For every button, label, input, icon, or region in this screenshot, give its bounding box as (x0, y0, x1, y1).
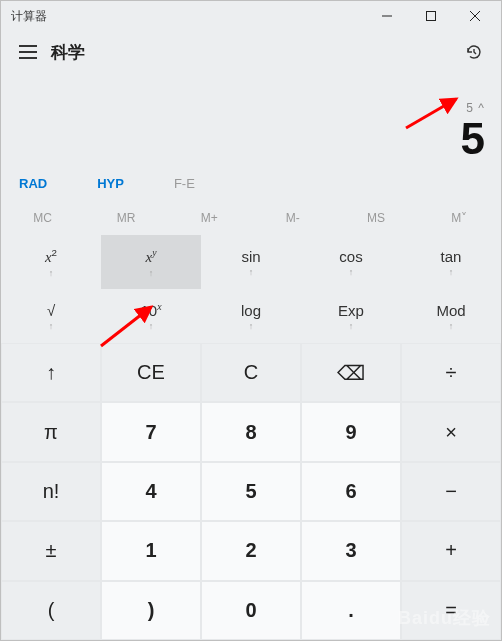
func-button[interactable]: cos↑ (301, 235, 401, 289)
key-6[interactable]: 6 (301, 462, 401, 521)
shift-indicator: ↑ (449, 321, 454, 331)
key-([interactable]: ( (1, 581, 101, 640)
key-2[interactable]: 2 (201, 521, 301, 580)
memory-row: MC MR M+ M- MS M˅ (1, 201, 501, 235)
key-9[interactable]: 9 (301, 402, 401, 461)
key-5[interactable]: 5 (201, 462, 301, 521)
ms-button[interactable]: MS (334, 201, 417, 235)
shift-indicator: ↑ (449, 267, 454, 277)
key-3[interactable]: 3 (301, 521, 401, 580)
menu-button[interactable] (11, 35, 45, 69)
func-label: xy (146, 247, 157, 266)
close-button[interactable] (453, 1, 497, 31)
func-label: Mod (436, 302, 465, 319)
shift-indicator: ↑ (249, 267, 254, 277)
mplus-button[interactable]: M+ (168, 201, 251, 235)
mode-title: 科学 (51, 41, 85, 64)
key-÷[interactable]: ÷ (401, 343, 501, 402)
mlist-button[interactable]: M˅ (418, 201, 501, 235)
key-C[interactable]: C (201, 343, 301, 402)
func-button[interactable]: tan↑ (401, 235, 501, 289)
mr-button[interactable]: MR (84, 201, 167, 235)
rad-button[interactable]: RAD (19, 176, 47, 191)
key-+[interactable]: + (401, 521, 501, 580)
shift-indicator: ↑ (349, 321, 354, 331)
shift-indicator: ↑ (149, 268, 154, 278)
mc-button[interactable]: MC (1, 201, 84, 235)
func-label: tan (441, 248, 462, 265)
func-button[interactable]: √↑ (1, 289, 101, 343)
key-π[interactable]: π (1, 402, 101, 461)
shift-indicator: ↑ (149, 321, 154, 331)
shift-indicator: ↑ (249, 321, 254, 331)
window-title: 计算器 (11, 8, 365, 25)
key-1[interactable]: 1 (101, 521, 201, 580)
mminus-button[interactable]: M- (251, 201, 334, 235)
display-result: 5 (17, 117, 485, 161)
calculator-window: 计算器 科学 5 ^ 5 RAD HYP F-E MC MR M+ M- MS … (0, 0, 502, 641)
mode-row: RAD HYP F-E (1, 165, 501, 201)
key-CE[interactable]: CE (101, 343, 201, 402)
key-↑[interactable]: ↑ (1, 343, 101, 402)
keypad: ↑CEC⌫÷π789×n!456−±123+()0.= (1, 343, 501, 640)
maximize-button[interactable] (409, 1, 453, 31)
function-grid: x2↑xy↑sin↑cos↑tan↑√↑10x↑log↑Exp↑Mod↑ (1, 235, 501, 343)
key-n![interactable]: n! (1, 462, 101, 521)
func-button[interactable]: 10x↑ (101, 289, 201, 343)
func-label: 10x (140, 301, 161, 319)
watermark: Baidu经验 (398, 606, 491, 630)
func-label: Exp (338, 302, 364, 319)
shift-indicator: ↑ (349, 267, 354, 277)
display-expression: 5 ^ (17, 101, 485, 117)
key-.[interactable]: . (301, 581, 401, 640)
key-8[interactable]: 8 (201, 402, 301, 461)
key-×[interactable]: × (401, 402, 501, 461)
key-⌫[interactable]: ⌫ (301, 343, 401, 402)
key-−[interactable]: − (401, 462, 501, 521)
key-)[interactable]: ) (101, 581, 201, 640)
key-4[interactable]: 4 (101, 462, 201, 521)
shift-indicator: ↑ (49, 268, 54, 278)
display: 5 ^ 5 (1, 73, 501, 165)
minimize-button[interactable] (365, 1, 409, 31)
func-label: x2 (45, 247, 57, 266)
key-0[interactable]: 0 (201, 581, 301, 640)
func-label: sin (241, 248, 260, 265)
func-label: cos (339, 248, 362, 265)
func-button[interactable]: x2↑ (1, 235, 101, 289)
func-label: log (241, 302, 261, 319)
fe-button[interactable]: F-E (174, 176, 195, 191)
key-±[interactable]: ± (1, 521, 101, 580)
func-button[interactable]: sin↑ (201, 235, 301, 289)
titlebar: 计算器 (1, 1, 501, 31)
shift-indicator: ↑ (49, 321, 54, 331)
header: 科学 (1, 31, 501, 73)
func-button[interactable]: log↑ (201, 289, 301, 343)
hyp-button[interactable]: HYP (97, 176, 124, 191)
history-button[interactable] (457, 35, 491, 69)
svg-rect-1 (427, 12, 436, 21)
key-7[interactable]: 7 (101, 402, 201, 461)
func-label: √ (47, 302, 55, 319)
func-button[interactable]: xy↑ (101, 235, 201, 289)
func-button[interactable]: Mod↑ (401, 289, 501, 343)
func-button[interactable]: Exp↑ (301, 289, 401, 343)
